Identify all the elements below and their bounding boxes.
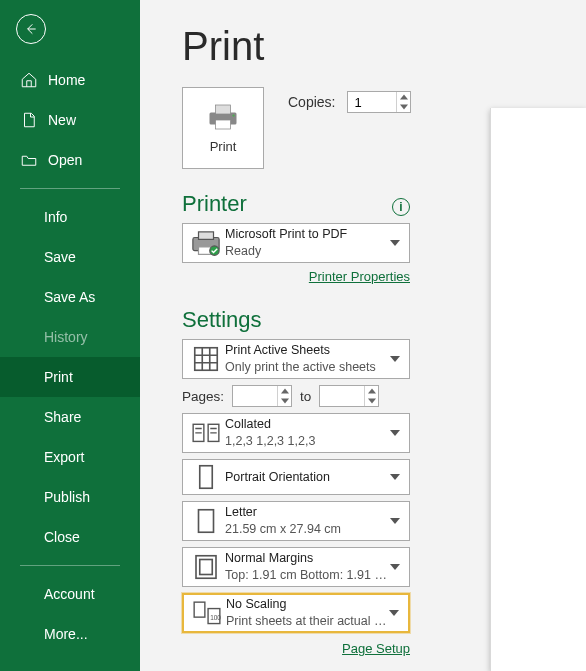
svg-rect-1 xyxy=(216,105,231,114)
pages-to-input[interactable] xyxy=(320,389,364,404)
copies-down[interactable] xyxy=(397,102,410,112)
collation-dropdown[interactable]: Collated 1,2,3 1,2,3 1,2,3 xyxy=(182,413,410,453)
nav-open[interactable]: Open xyxy=(0,140,140,180)
nav-share-label: Share xyxy=(44,409,81,425)
new-icon xyxy=(20,111,38,129)
margins-dropdown[interactable]: Normal Margins Top: 1.91 cm Bottom: 1.91… xyxy=(182,547,410,587)
svg-rect-8 xyxy=(195,348,218,371)
copies-up[interactable] xyxy=(397,92,410,102)
nav-separator xyxy=(20,188,120,189)
nav-account-label: Account xyxy=(44,586,95,602)
margins-icon xyxy=(191,548,221,586)
scaling-title: No Scaling xyxy=(226,596,388,613)
home-icon xyxy=(20,71,38,89)
nav-open-label: Open xyxy=(48,152,82,168)
paper-icon xyxy=(191,502,221,540)
pages-to-down[interactable] xyxy=(365,396,378,406)
nav-save-as-label: Save As xyxy=(44,289,95,305)
scaling-sub: Print sheets at their actual size xyxy=(226,613,388,630)
chevron-down-icon xyxy=(389,564,401,570)
collated-icon xyxy=(191,414,221,452)
nav-close-label: Close xyxy=(44,529,80,545)
sheets-icon xyxy=(191,340,221,378)
svg-rect-12 xyxy=(199,510,214,533)
printer-name: Microsoft Print to PDF xyxy=(225,226,389,243)
back-button[interactable] xyxy=(16,14,46,44)
print-button-label: Print xyxy=(210,139,237,154)
nav-save[interactable]: Save xyxy=(0,237,140,277)
nav-export[interactable]: Export xyxy=(0,437,140,477)
print-what-title: Print Active Sheets xyxy=(225,342,389,359)
print-button[interactable]: Print xyxy=(182,87,264,169)
svg-rect-14 xyxy=(200,560,213,575)
pages-from-input[interactable] xyxy=(233,389,277,404)
margins-title: Normal Margins xyxy=(225,550,389,567)
pages-to-label: to xyxy=(300,389,311,404)
copies-spinner[interactable] xyxy=(347,91,411,113)
copies-input[interactable] xyxy=(348,95,396,110)
chevron-down-icon xyxy=(389,356,401,362)
nav-print[interactable]: Print xyxy=(0,357,140,397)
pages-from-spinner[interactable] xyxy=(232,385,292,407)
pages-to-spinner[interactable] xyxy=(319,385,379,407)
svg-rect-5 xyxy=(199,232,214,240)
nav-account[interactable]: Account xyxy=(0,574,140,614)
paper-sub: 21.59 cm x 27.94 cm xyxy=(225,521,389,538)
nav-history-label: History xyxy=(44,329,88,345)
print-what-dropdown[interactable]: Print Active Sheets Only print the activ… xyxy=(182,339,410,379)
chevron-down-icon xyxy=(389,240,401,246)
printer-dropdown[interactable]: Microsoft Print to PDF Ready xyxy=(182,223,410,263)
nav-history: History xyxy=(0,317,140,357)
printer-header: Printer xyxy=(182,191,247,217)
nav-more-label: More... xyxy=(44,626,88,642)
orientation-dropdown[interactable]: Portrait Orientation xyxy=(182,459,410,495)
chevron-down-icon xyxy=(388,610,400,616)
nav-new-label: New xyxy=(48,112,76,128)
print-preview-edge xyxy=(490,108,586,671)
nav-home-label: Home xyxy=(48,72,85,88)
nav-home[interactable]: Home xyxy=(0,60,140,100)
scaling-dropdown[interactable]: 100 No Scaling Print sheets at their act… xyxy=(182,593,410,633)
orientation-title: Portrait Orientation xyxy=(225,469,389,486)
svg-rect-2 xyxy=(216,120,231,129)
printer-icon xyxy=(205,103,241,131)
collation-sub: 1,2,3 1,2,3 1,2,3 xyxy=(225,433,389,450)
nav-publish[interactable]: Publish xyxy=(0,477,140,517)
nav-export-label: Export xyxy=(44,449,84,465)
nav-separator xyxy=(20,565,120,566)
chevron-down-icon xyxy=(389,518,401,524)
scaling-icon: 100 xyxy=(192,595,222,631)
printer-device-icon xyxy=(191,224,221,262)
pages-to-up[interactable] xyxy=(365,386,378,396)
portrait-icon xyxy=(191,460,221,494)
printer-properties-link[interactable]: Printer Properties xyxy=(309,269,410,284)
pages-from-up[interactable] xyxy=(278,386,291,396)
nav-close[interactable]: Close xyxy=(0,517,140,557)
pages-from-down[interactable] xyxy=(278,396,291,406)
pages-label: Pages: xyxy=(182,389,224,404)
nav-share[interactable]: Share xyxy=(0,397,140,437)
nav-save-as[interactable]: Save As xyxy=(0,277,140,317)
collation-title: Collated xyxy=(225,416,389,433)
nav-more[interactable]: More... xyxy=(0,614,140,654)
open-icon xyxy=(20,151,38,169)
nav-save-label: Save xyxy=(44,249,76,265)
printer-status: Ready xyxy=(225,243,389,260)
paper-size-dropdown[interactable]: Letter 21.59 cm x 27.94 cm xyxy=(182,501,410,541)
nav-info[interactable]: Info xyxy=(0,197,140,237)
back-arrow-icon xyxy=(23,21,39,37)
svg-rect-11 xyxy=(200,466,213,489)
paper-title: Letter xyxy=(225,504,389,521)
nav-print-label: Print xyxy=(44,369,73,385)
page-setup-link[interactable]: Page Setup xyxy=(342,641,410,656)
print-panel: Print Print Copies: Printer i xyxy=(140,0,586,671)
backstage-sidebar: Home New Open Info Save Save As History … xyxy=(0,0,140,671)
chevron-down-icon xyxy=(389,474,401,480)
chevron-down-icon xyxy=(389,430,401,436)
printer-info-icon[interactable]: i xyxy=(392,198,410,216)
svg-text:100: 100 xyxy=(210,614,221,621)
nav-new[interactable]: New xyxy=(0,100,140,140)
copies-label: Copies: xyxy=(288,94,335,110)
nav-info-label: Info xyxy=(44,209,67,225)
svg-point-3 xyxy=(232,114,234,116)
